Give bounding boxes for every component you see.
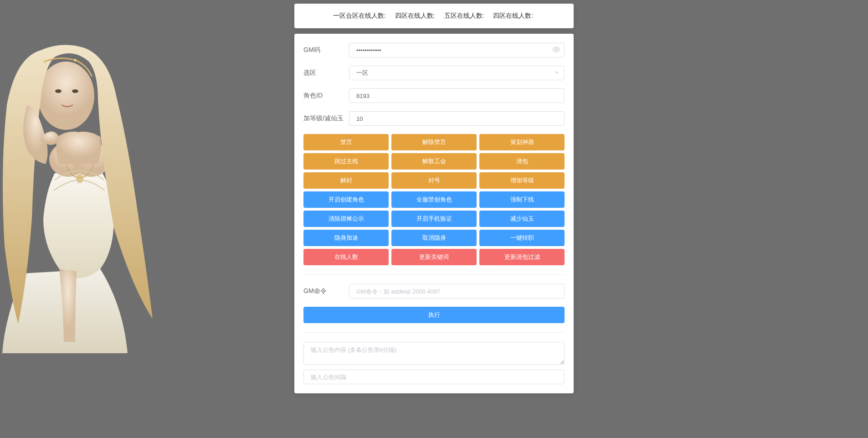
svg-point-6	[74, 59, 77, 62]
stat-zone-5: 五区在线人数:	[444, 12, 486, 20]
role-id-input[interactable]	[349, 88, 565, 103]
ban-button[interactable]: 封号	[391, 172, 477, 189]
update-clearbag-filter-button[interactable]: 更新清包过滤	[479, 249, 565, 265]
execute-button[interactable]: 执行	[303, 307, 565, 323]
online-count-button[interactable]: 在线人数	[303, 249, 389, 265]
skip-mainline-button[interactable]: 跳过主线	[303, 153, 389, 170]
planner-artifact-button[interactable]: 策划神器	[479, 134, 565, 150]
level-jade-label: 加等级/减仙玉	[303, 114, 349, 123]
force-offline-button[interactable]: 强制下线	[479, 191, 565, 208]
online-stats-header: 一区合区在线人数: 四区在线人数: 五区在线人数: 四区在线人数:	[294, 4, 574, 28]
eye-icon[interactable]	[553, 46, 560, 55]
gm-code-label: GM码	[303, 46, 349, 54]
enable-create-role-button[interactable]: 开启创建角色	[303, 191, 389, 208]
svg-point-8	[555, 49, 557, 51]
disable-create-role-button[interactable]: 全服禁创角色	[391, 191, 477, 208]
divider-2	[303, 332, 565, 333]
stat-zone-4b: 四区在线人数:	[493, 12, 535, 20]
stealth-speed-button[interactable]: 隐身加速	[303, 230, 389, 246]
announce-interval-input[interactable]	[303, 370, 565, 384]
announce-content-input[interactable]	[303, 342, 565, 365]
gm-panel: GM码 选区 一区 角色ID 加等级/减仙玉	[294, 34, 574, 393]
svg-point-4	[72, 89, 78, 93]
gm-code-input[interactable]	[349, 43, 565, 57]
zone-label: 选区	[303, 69, 349, 77]
stat-zone-1: 一区合区在线人数:	[333, 12, 388, 20]
divider	[303, 274, 565, 275]
enable-phone-verify-button[interactable]: 开启手机验证	[391, 211, 477, 227]
disband-guild-button[interactable]: 解散工会	[391, 153, 477, 170]
cancel-stealth-button[interactable]: 取消隐身	[391, 230, 477, 246]
unmute-button[interactable]: 解除禁言	[391, 134, 477, 150]
gm-cmd-input[interactable]	[349, 284, 565, 299]
role-id-label: 角色ID	[303, 92, 349, 100]
unban-button[interactable]: 解封	[303, 172, 389, 189]
svg-point-2	[38, 62, 94, 130]
mute-button[interactable]: 禁言	[303, 134, 389, 150]
clear-stall-button[interactable]: 清除摆摊公示	[303, 211, 389, 227]
change-class-button[interactable]: 一键转职	[479, 230, 565, 246]
svg-point-3	[55, 89, 62, 93]
gm-cmd-label: GM命令	[303, 287, 349, 295]
stat-zone-4a: 四区在线人数:	[395, 12, 437, 20]
update-keywords-button[interactable]: 更新关键词	[391, 249, 477, 265]
level-jade-input[interactable]	[349, 111, 565, 126]
svg-point-5	[43, 60, 46, 63]
reduce-jade-button[interactable]: 减少仙玉	[479, 211, 565, 227]
zone-select[interactable]: 一区	[349, 66, 565, 80]
clear-bag-button[interactable]: 清包	[479, 153, 565, 170]
svg-point-7	[76, 174, 83, 183]
character-illustration	[0, 23, 173, 356]
add-level-button[interactable]: 增加等级	[479, 172, 565, 189]
